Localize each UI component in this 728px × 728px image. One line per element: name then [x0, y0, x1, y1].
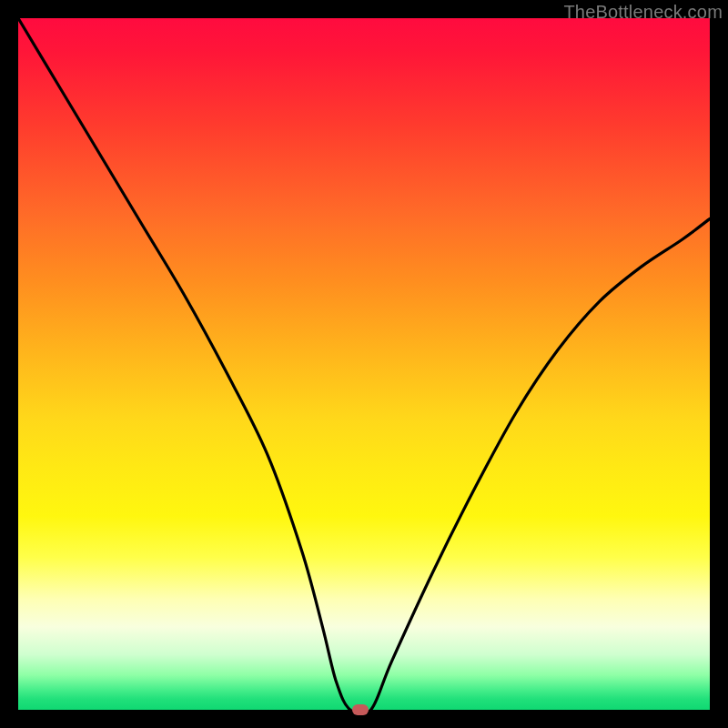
chart-container: TheBottleneck.com [0, 0, 728, 728]
bottleneck-curve [18, 18, 710, 710]
plot-area [18, 18, 710, 710]
optimal-point-marker [352, 704, 369, 715]
